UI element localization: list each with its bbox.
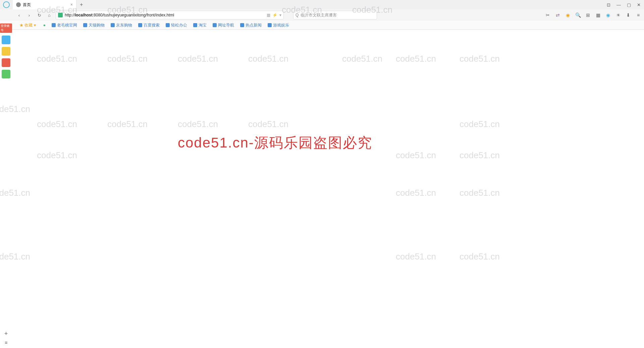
window-close-icon[interactable]: ✕ (637, 2, 641, 7)
window-pin-icon[interactable]: ⊡ (607, 2, 610, 7)
window-minimize-icon[interactable]: — (616, 2, 621, 7)
sun-icon[interactable]: ☀ (615, 12, 621, 18)
bookmark-item[interactable]: 网址导航 (213, 22, 234, 28)
bookmark-item[interactable]: 老毛桃官网 (52, 22, 77, 28)
browser-logo-icon (3, 1, 10, 8)
bm-icon (240, 23, 244, 27)
url-display: http://localhost:8080/tushujieyueguanlix… (65, 13, 174, 17)
security-shield-icon (58, 13, 63, 17)
bookmark-item[interactable]: 百度搜索 (138, 22, 160, 28)
site-header: 图书管理系统 首页 公告 留言板 图书 个人中心 (13, 30, 644, 30)
nav-back-icon[interactable]: ‹ (15, 11, 23, 19)
qr-icon[interactable]: ▦ (267, 13, 270, 17)
address-row: ‹ › ↻ ⌂ http://localhost:8080/tushujieyu… (0, 9, 644, 21)
bm-sep-icon: ● (43, 23, 46, 27)
bookmark-item[interactable]: 热点新闻 (240, 22, 262, 28)
bm-icon (166, 23, 170, 27)
bm-icon (111, 23, 115, 27)
tab-title: 首页 (23, 2, 31, 8)
window-controls: ⊡ — ▢ ✕ (607, 2, 644, 7)
address-bar[interactable]: http://localhost:8080/tushujieyueguanlix… (56, 11, 284, 19)
page-content: 图书管理系统 首页 公告 留言板 图书 个人中心 1公告名称14 2公告名称13… (13, 30, 644, 30)
bm-icon (213, 23, 217, 27)
dropdown-icon[interactable]: ▾ (279, 13, 281, 17)
puzzle-icon[interactable]: ⊞ (585, 12, 591, 18)
nav-reload-icon[interactable]: ↻ (36, 11, 43, 19)
window-maximize-icon[interactable]: ▢ (627, 2, 631, 7)
browser-side-dock: 登录账号 (0, 21, 12, 30)
browser-search-box[interactable]: Q 临沂市文联主席遭害 (293, 11, 377, 19)
bm-icon (268, 23, 272, 27)
tab-close-icon[interactable]: × (70, 2, 73, 7)
tab-bar: 首页 × + ⊡ — ▢ ✕ (0, 0, 644, 9)
shield-ext-icon[interactable]: ◉ (565, 12, 571, 18)
flash-icon[interactable]: ⚡ (272, 13, 277, 17)
magnify-icon[interactable]: 🔍 (575, 12, 581, 18)
grid-icon[interactable]: ▦ (595, 12, 601, 18)
bookmark-item[interactable]: 轻松办公 (166, 22, 187, 28)
bm-icon (193, 23, 197, 27)
bookmark-bar: ★ 收藏 ▾ ● 老毛桃官网 天猫购物 京东购物 百度搜索 轻松办公 淘宝 网址… (0, 21, 644, 30)
nav-home-icon[interactable]: ⌂ (46, 11, 53, 19)
nav-forward-icon[interactable]: › (25, 11, 33, 19)
toolbar-extensions: ✂ ⇄ ◉ 🔍 ⊞ ▦ ◉ ☀ ⬇ ≡ (545, 12, 641, 18)
browser-tab-active[interactable]: 首页 × (13, 0, 76, 9)
tab-favicon-icon (16, 2, 21, 7)
new-tab-button[interactable]: + (76, 2, 86, 8)
search-icon: Q (296, 13, 299, 17)
download-icon[interactable]: ⬇ (625, 12, 631, 18)
bm-icon (83, 23, 87, 27)
bookmark-item[interactable]: 淘宝 (193, 22, 207, 28)
bookmark-item[interactable]: 游戏娱乐 (268, 22, 289, 28)
bm-icon (138, 23, 142, 27)
login-badge[interactable]: 登录账号 (0, 23, 12, 30)
globe-icon[interactable]: ◉ (605, 12, 611, 18)
translate-icon[interactable]: ⇄ (555, 12, 561, 18)
bm-icon (52, 23, 56, 27)
scissors-icon[interactable]: ✂ (545, 12, 551, 18)
bookmark-item[interactable]: 京东购物 (111, 22, 132, 28)
browser-chrome: 首页 × + ⊡ — ▢ ✕ ‹ › ↻ ⌂ http://localhost:… (0, 0, 644, 30)
favorites-star-icon[interactable]: ★ 收藏 ▾ (19, 22, 36, 28)
menu-icon[interactable]: ≡ (635, 12, 641, 18)
search-placeholder: 临沂市文联主席遭害 (301, 12, 337, 18)
bookmark-item[interactable]: 天猫购物 (83, 22, 105, 28)
